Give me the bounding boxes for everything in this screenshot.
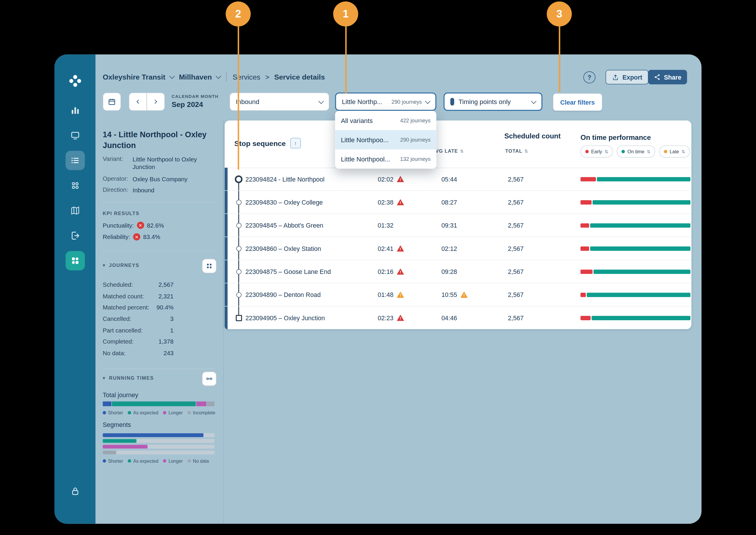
chip-early[interactable]: Early ⇅ (580, 145, 613, 157)
otp-on-time-segment (587, 293, 690, 297)
breadcrumb-separator: > (265, 72, 269, 81)
otp-bar (580, 200, 690, 204)
breadcrumb-section[interactable]: Services (233, 72, 260, 81)
share-button[interactable]: Share (648, 70, 687, 85)
early-dot (585, 150, 589, 153)
table-row[interactable]: 223094830 – Oxley College 02:38 08:27 2,… (225, 190, 691, 213)
scheduled-count-header: Scheduled count (505, 132, 561, 140)
sidebar-item-analytics[interactable] (65, 101, 85, 120)
avg-late-value: 08:27 (423, 198, 457, 206)
avg-late-header[interactable]: AVG LATE ⇅ (432, 148, 464, 154)
total-header[interactable]: TOTAL ⇅ (505, 148, 528, 154)
legend-item: Longer (163, 410, 183, 415)
menu-item-variant-290[interactable]: Little Northpoo... 290 journeys (335, 130, 436, 149)
table-row[interactable]: 223094845 – Abbot's Green 01:32 09:31 2,… (225, 213, 691, 237)
export-label: Export (623, 73, 642, 81)
sidebar-item-groups[interactable] (65, 176, 85, 195)
total-journey-label: Total journey (102, 391, 138, 399)
otp-on-time-segment (593, 200, 690, 204)
stop-label: 223094860 – Oxley Station (246, 245, 321, 252)
direction-dropdown[interactable]: Inbound (229, 93, 329, 111)
table-row[interactable]: 223094860 – Oxley Station 02:41 02:12 2,… (225, 237, 691, 260)
sort-icon: ⇅ (524, 149, 528, 154)
chip-late[interactable]: Late ⇅ (659, 145, 690, 157)
journeys-section-header[interactable]: ▾ JOURNEYS (102, 263, 139, 268)
warning-icon (397, 199, 404, 205)
running-times-section-header[interactable]: ▾ RUNNING TIMES (102, 375, 154, 380)
help-button[interactable]: ? (583, 71, 596, 83)
stop-label: 223094824 - Little Northpool (246, 175, 325, 183)
stop-label: 223094845 – Abbot's Green (246, 222, 323, 229)
divider (102, 251, 215, 251)
stop-label: 223094875 – Goose Lane End (246, 268, 331, 275)
table-row[interactable]: 223094875 – Goose Lane End 02:16 09:28 2… (225, 260, 691, 283)
clear-filters-button[interactable]: Clear filters (553, 94, 602, 111)
total-journey-legend: Shorter As expected Longer Incomplete (102, 410, 215, 415)
variant-dropdown-menu: All variants 422 journeys Little Northpo… (335, 111, 436, 168)
annotation-line-2 (237, 26, 239, 170)
table-row[interactable]: 223094890 – Denton Road 01:48 10:55 2,56… (225, 283, 691, 306)
stat-value: 1,378 (159, 338, 174, 345)
sort-icon: ⇅ (647, 149, 650, 154)
share-label: Share (664, 73, 682, 81)
stops-table: Stop sequence ↑ AVG LATE ⇅ Scheduled cou… (225, 120, 691, 329)
avg-late-value: 04:46 (423, 314, 457, 322)
stop-marker (235, 175, 242, 183)
otp-early-segment (580, 223, 589, 228)
menu-item-all-variants[interactable]: All variants 422 journeys (335, 111, 436, 130)
avg-early-value: 02:38 (360, 198, 393, 206)
journeys-grid-button[interactable] (202, 259, 217, 273)
sidebar-item-lock[interactable] (65, 481, 85, 501)
warning-icon (397, 315, 404, 321)
table-row[interactable]: 223094905 – Oxley Junction 02:23 04:46 2… (225, 306, 691, 329)
sidebar-item-logout[interactable] (65, 226, 85, 245)
bar-segment-as-expected (112, 402, 196, 407)
sidebar-item-services[interactable] (65, 151, 85, 170)
otp-header: On time performance (580, 133, 651, 141)
otp-bar (580, 269, 690, 274)
stop-marker (236, 200, 241, 205)
legend-dot (188, 411, 191, 415)
menu-item-variant-132[interactable]: Little Northpool... 132 journeys (335, 150, 436, 169)
export-icon (612, 73, 619, 81)
otp-filter-chips: Early ⇅ On time ⇅ Late ⇅ (580, 145, 690, 157)
annotation-line-1 (345, 26, 346, 94)
operator-value: Oxley Bus Company (133, 175, 203, 183)
breadcrumb-region[interactable]: Millhaven (179, 72, 212, 81)
menu-item-count: 422 journeys (400, 118, 431, 124)
next-month-button[interactable] (147, 93, 165, 111)
total-label: TOTAL (505, 148, 522, 154)
breadcrumb-company[interactable]: Oxleyshire Transit (102, 72, 165, 81)
annotation-circle-1: 1 (333, 1, 358, 26)
monitor-icon (70, 130, 80, 140)
prev-month-button[interactable] (129, 93, 147, 111)
table-row[interactable]: 223094824 - Little Northpool 02:02 05:44… (225, 168, 691, 190)
sidebar-item-displays[interactable] (65, 126, 85, 145)
calendar-button[interactable] (102, 93, 121, 111)
dots-grid-icon (70, 180, 80, 190)
calendar-month-label: CALENDAR MONTH (172, 94, 219, 99)
sort-ascending-button[interactable]: ↑ (290, 138, 301, 148)
stage: Oxleyshire Transit Millhaven Services > … (0, 0, 756, 535)
legend-item: As expected (128, 458, 158, 464)
avg-early-value: 02:41 (360, 245, 393, 252)
timing-points-dropdown[interactable]: Timing points only (444, 93, 542, 111)
running-times-link-button[interactable] (202, 372, 217, 386)
avg-early-value: 02:02 (360, 175, 393, 183)
legend-item: Shorter (102, 458, 123, 464)
map-icon (70, 205, 80, 216)
stat-label: Scheduled: (102, 281, 133, 288)
on-time-dot (622, 150, 625, 153)
direction-dropdown-value: Inbound (236, 98, 259, 105)
variant-dropdown[interactable]: Little Northp... 290 journeys (335, 93, 436, 111)
divider (102, 369, 215, 369)
running-times-heading: RUNNING TIMES (109, 375, 154, 380)
otp-on-time-segment (597, 177, 690, 181)
sidebar-item-insights[interactable] (65, 251, 85, 270)
chip-on-time[interactable]: On time ⇅ (617, 145, 655, 157)
sidebar-item-map[interactable] (65, 201, 85, 220)
divider (102, 202, 215, 203)
annotation-line-3 (559, 26, 560, 92)
scheduled-total-value: 2,567 (490, 175, 524, 183)
export-button[interactable]: Export (606, 70, 649, 85)
